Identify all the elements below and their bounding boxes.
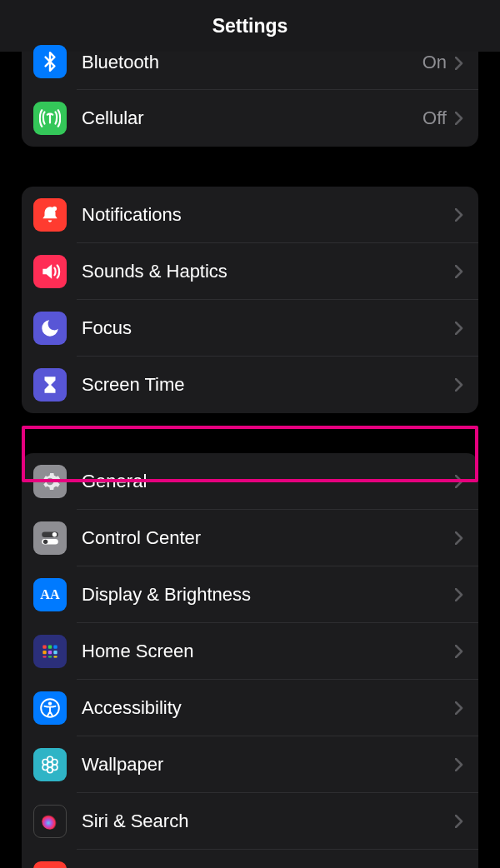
page-title: Settings xyxy=(212,15,288,37)
svg-point-21 xyxy=(52,760,57,766)
chevron-right-icon xyxy=(455,265,463,278)
row-label: Focus xyxy=(82,317,455,339)
chevron-right-icon xyxy=(455,208,463,222)
svg-point-24 xyxy=(42,813,58,830)
svg-point-22 xyxy=(42,765,48,771)
chevron-right-icon xyxy=(455,475,463,488)
row-siri[interactable]: Siri & Search xyxy=(22,793,478,850)
header: Settings xyxy=(0,0,500,52)
settings-list: Bluetooth On Cellular Off Notifications xyxy=(0,52,500,868)
row-label: Accessibility xyxy=(82,697,455,719)
bluetooth-icon xyxy=(33,45,67,78)
chevron-right-icon xyxy=(455,758,463,771)
chevron-right-icon xyxy=(455,57,463,70)
row-bluetooth[interactable]: Bluetooth On xyxy=(22,52,478,90)
row-general[interactable]: General xyxy=(22,453,478,510)
row-label: Cellular xyxy=(82,107,422,129)
row-screentime[interactable]: Screen Time xyxy=(22,357,478,413)
screentime-icon xyxy=(33,368,67,402)
display-icon: AA xyxy=(33,578,67,611)
group-system: General Control Center AA Display & Brig… xyxy=(22,453,478,868)
row-homescreen[interactable]: Home Screen xyxy=(22,623,478,680)
row-label: Wallpaper xyxy=(82,754,455,776)
row-control-center[interactable]: Control Center xyxy=(22,510,478,566)
svg-rect-14 xyxy=(53,656,57,657)
row-accessibility[interactable]: Accessibility xyxy=(22,680,478,736)
svg-point-16 xyxy=(48,701,52,705)
homescreen-icon xyxy=(33,635,67,668)
svg-rect-8 xyxy=(53,645,57,648)
row-label: Display & Brightness xyxy=(82,584,455,606)
row-label: Siri & Search xyxy=(82,811,455,832)
row-label: Notifications xyxy=(82,204,455,226)
group-alerts: Notifications Sounds & Haptics Focus xyxy=(22,187,478,413)
svg-rect-9 xyxy=(42,651,46,654)
svg-point-0 xyxy=(52,207,57,211)
chevron-right-icon xyxy=(455,531,463,545)
row-sounds[interactable]: Sounds & Haptics xyxy=(22,243,478,300)
touchid-icon xyxy=(33,861,67,868)
sounds-icon xyxy=(33,255,67,288)
general-icon xyxy=(33,465,67,498)
row-label: General xyxy=(82,471,455,492)
row-label: Sounds & Haptics xyxy=(82,261,455,282)
svg-point-4 xyxy=(43,540,48,544)
chevron-right-icon xyxy=(455,815,463,828)
group-connectivity: Bluetooth On Cellular Off xyxy=(22,52,478,147)
focus-icon xyxy=(33,312,67,345)
notifications-icon xyxy=(33,198,67,232)
cellular-icon xyxy=(33,102,67,135)
svg-point-23 xyxy=(52,765,57,771)
svg-rect-11 xyxy=(53,651,57,654)
row-label: Control Center xyxy=(82,527,455,549)
chevron-right-icon xyxy=(455,112,463,125)
svg-rect-6 xyxy=(42,645,46,648)
svg-rect-7 xyxy=(48,645,52,648)
row-value: Off xyxy=(422,107,447,129)
row-cellular[interactable]: Cellular Off xyxy=(22,90,478,147)
svg-rect-10 xyxy=(48,651,52,654)
chevron-right-icon xyxy=(455,701,463,715)
accessibility-icon xyxy=(33,691,67,725)
row-label: Screen Time xyxy=(82,374,455,396)
row-focus[interactable]: Focus xyxy=(22,300,478,357)
svg-rect-12 xyxy=(42,656,46,657)
control-center-icon xyxy=(33,521,67,555)
row-display[interactable]: AA Display & Brightness xyxy=(22,566,478,623)
wallpaper-icon xyxy=(33,748,67,781)
chevron-right-icon xyxy=(455,322,463,335)
chevron-right-icon xyxy=(455,645,463,658)
row-label: Bluetooth xyxy=(82,52,422,73)
row-wallpaper[interactable]: Wallpaper xyxy=(22,736,478,793)
row-notifications[interactable]: Notifications xyxy=(22,187,478,243)
svg-rect-13 xyxy=(48,656,52,657)
svg-text:AA: AA xyxy=(40,587,60,602)
svg-point-2 xyxy=(52,532,57,536)
row-label: Home Screen xyxy=(82,641,455,662)
chevron-right-icon xyxy=(455,588,463,601)
row-touchid[interactable]: Touch ID & Passcode xyxy=(22,850,478,868)
siri-icon xyxy=(33,805,67,838)
row-value: On xyxy=(422,52,447,73)
chevron-right-icon xyxy=(455,378,463,392)
svg-point-20 xyxy=(42,760,48,766)
